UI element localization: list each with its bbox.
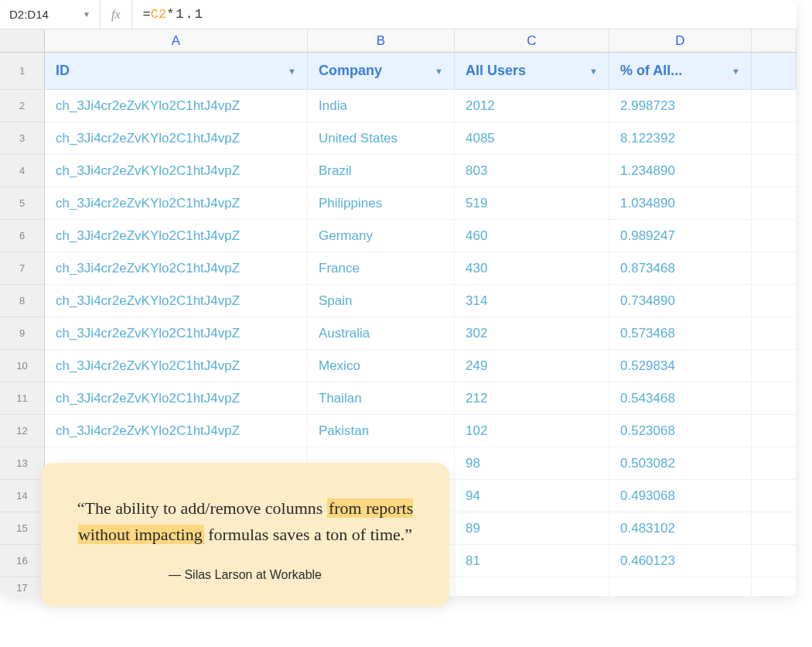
cell-company[interactable]: France	[308, 252, 455, 285]
cell-users[interactable]: 430	[455, 252, 609, 285]
row-number[interactable]: 1	[0, 53, 45, 90]
fx-label[interactable]: fx	[101, 0, 132, 29]
table-header-pct[interactable]: % of All... ▼	[609, 53, 752, 90]
cell-users[interactable]: 302	[455, 317, 609, 350]
cell-users[interactable]: 249	[455, 350, 609, 382]
row-number[interactable]: 5	[0, 187, 45, 220]
row-number[interactable]: 7	[0, 252, 45, 285]
filter-dropdown-icon[interactable]: ▼	[589, 67, 598, 76]
cell-users[interactable]: 803	[455, 155, 609, 187]
cell-users[interactable]: 94	[455, 480, 609, 512]
cell-company[interactable]: Philippines	[308, 187, 455, 220]
filter-dropdown-icon[interactable]: ▼	[732, 67, 740, 76]
cell-empty[interactable]	[752, 220, 797, 252]
cell-id[interactable]: ch_3Ji4cr2eZvKYlo2C1htJ4vpZ	[45, 90, 308, 122]
cell-users[interactable]: 519	[455, 187, 609, 220]
row-number[interactable]: 4	[0, 155, 45, 187]
cell-company[interactable]: Thailan	[308, 382, 455, 415]
cell-empty[interactable]	[752, 122, 797, 155]
cell-empty[interactable]	[752, 545, 797, 577]
row-number[interactable]: 17	[0, 577, 45, 596]
cell-users[interactable]: 89	[455, 512, 609, 545]
cell-empty[interactable]	[752, 447, 797, 480]
cell-company[interactable]: Spain	[308, 285, 455, 317]
cell-empty[interactable]	[752, 155, 797, 187]
cell-pct[interactable]: 1.034890	[609, 187, 752, 220]
cell-empty[interactable]	[752, 512, 797, 545]
filter-dropdown-icon[interactable]: ▼	[288, 67, 296, 76]
cell-users[interactable]: 81	[455, 545, 609, 577]
cell-users[interactable]: 2012	[455, 90, 609, 122]
cell-id[interactable]: ch_3Ji4cr2eZvKYlo2C1htJ4vpZ	[45, 415, 308, 447]
cell-empty[interactable]	[752, 350, 797, 382]
row-number[interactable]: 12	[0, 415, 45, 447]
cell-empty[interactable]	[752, 415, 797, 447]
cell-pct[interactable]: 0.529834	[609, 350, 752, 382]
cell-company[interactable]: Brazil	[308, 155, 455, 187]
cell-pct[interactable]: 0.573468	[609, 317, 752, 350]
row-number[interactable]: 8	[0, 285, 45, 317]
cell-pct[interactable]: 0.493068	[609, 480, 752, 512]
cell-empty[interactable]	[752, 577, 797, 596]
cell-empty[interactable]	[752, 187, 797, 220]
row-number[interactable]: 9	[0, 317, 45, 350]
cell-company[interactable]: Mexico	[308, 350, 455, 382]
cell-empty[interactable]	[752, 285, 797, 317]
cell-pct[interactable]: 0.989247	[609, 220, 752, 252]
cell-id[interactable]: ch_3Ji4cr2eZvKYlo2C1htJ4vpZ	[45, 317, 308, 350]
cell-id[interactable]: ch_3Ji4cr2eZvKYlo2C1htJ4vpZ	[45, 382, 308, 415]
row-number[interactable]: 6	[0, 220, 45, 252]
cell-users[interactable]: 102	[455, 415, 609, 447]
cell-company[interactable]: Australia	[308, 317, 455, 350]
row-number[interactable]: 11	[0, 382, 45, 415]
row-number[interactable]: 10	[0, 350, 45, 382]
table-header-all-users[interactable]: All Users ▼	[455, 53, 609, 90]
cell-empty[interactable]	[752, 480, 797, 512]
cell-reference-box[interactable]: D2:D14 ▼	[0, 0, 101, 29]
column-header-empty[interactable]	[752, 29, 797, 53]
cell-id[interactable]: ch_3Ji4cr2eZvKYlo2C1htJ4vpZ	[45, 285, 308, 317]
cell-company[interactable]: United States	[308, 122, 455, 155]
column-header-c[interactable]: C	[455, 29, 609, 53]
chevron-down-icon[interactable]: ▼	[83, 10, 90, 19]
cell-company[interactable]: India	[308, 90, 455, 122]
column-header-b[interactable]: B	[308, 29, 455, 53]
cell-empty[interactable]	[752, 252, 797, 285]
cell-users[interactable]: 460	[455, 220, 609, 252]
cell-pct[interactable]: 0.503082	[609, 447, 752, 480]
column-header-d[interactable]: D	[609, 29, 752, 53]
select-all-corner[interactable]	[0, 29, 45, 53]
cell-users[interactable]: 314	[455, 285, 609, 317]
table-header-id[interactable]: ID ▼	[45, 53, 308, 90]
cell-pct[interactable]: 2.998723	[609, 90, 752, 122]
column-header-a[interactable]: A	[45, 29, 308, 53]
cell-users[interactable]: 212	[455, 382, 609, 415]
cell-users[interactable]: 98	[455, 447, 609, 480]
cell-pct[interactable]: 0.523068	[609, 415, 752, 447]
cell-empty[interactable]	[752, 382, 797, 415]
cell-pct[interactable]: 8.122392	[609, 122, 752, 155]
cell-empty[interactable]	[752, 317, 797, 350]
cell-id[interactable]: ch_3Ji4cr2eZvKYlo2C1htJ4vpZ	[45, 187, 308, 220]
cell-pct[interactable]: 0.460123	[609, 545, 752, 577]
cell-empty[interactable]	[609, 577, 752, 596]
cell-pct[interactable]: 1.234890	[609, 155, 752, 187]
formula-input[interactable]: =C2*1.1	[132, 7, 797, 22]
cell-users[interactable]: 4085	[455, 122, 609, 155]
cell-id[interactable]: ch_3Ji4cr2eZvKYlo2C1htJ4vpZ	[45, 350, 308, 382]
row-number[interactable]: 16	[0, 545, 45, 577]
row-number[interactable]: 2	[0, 90, 45, 122]
cell-pct[interactable]: 0.543468	[609, 382, 752, 415]
row-number[interactable]: 15	[0, 512, 45, 545]
cell-company[interactable]: Germany	[308, 220, 455, 252]
table-header-company[interactable]: Company ▼	[308, 53, 455, 90]
cell-empty[interactable]	[752, 90, 797, 122]
cell-id[interactable]: ch_3Ji4cr2eZvKYlo2C1htJ4vpZ	[45, 220, 308, 252]
cell-id[interactable]: ch_3Ji4cr2eZvKYlo2C1htJ4vpZ	[45, 155, 308, 187]
row-number[interactable]: 14	[0, 480, 45, 512]
cell-pct[interactable]: 0.873468	[609, 252, 752, 285]
cell-pct[interactable]: 0.734890	[609, 285, 752, 317]
cell-empty[interactable]	[455, 577, 609, 596]
row-number[interactable]: 13	[0, 447, 45, 480]
row-number[interactable]: 3	[0, 122, 45, 155]
